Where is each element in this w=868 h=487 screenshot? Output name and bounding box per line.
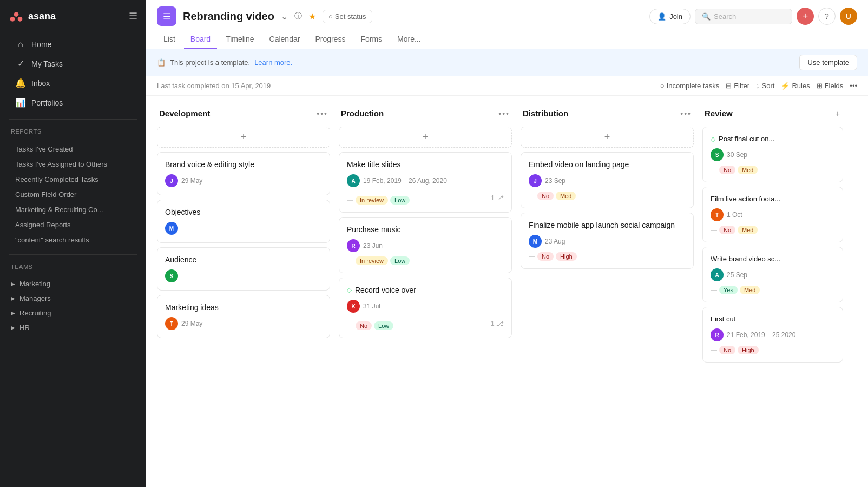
- sort-button[interactable]: ↕ Sort: [756, 82, 774, 90]
- join-button[interactable]: 👤 Join: [649, 9, 691, 24]
- chevron-down-icon[interactable]: ⌄: [281, 11, 288, 22]
- avatar: T: [711, 208, 724, 221]
- card-meta: R 23 Jun: [347, 239, 504, 252]
- reports-nav: Tasks I've Created Tasks I've Assigned t…: [0, 139, 146, 250]
- project-icon: ☰: [157, 6, 176, 26]
- sidebar-item-tasks-assigned[interactable]: Tasks I've Assigned to Others: [4, 157, 142, 172]
- sidebar-item-inbox[interactable]: 🔔 Inbox: [4, 74, 142, 93]
- user-avatar[interactable]: U: [840, 8, 857, 25]
- column-header-distribution: Distribution •••: [521, 104, 694, 122]
- check-icon: ✓: [15, 58, 26, 69]
- column-menu-review[interactable]: +: [836, 109, 841, 118]
- card-first-cut[interactable]: First cut R 21 Feb, 2019 – 25 2020 — No …: [702, 307, 843, 363]
- tag-no: No: [719, 346, 735, 354]
- sidebar-item-my-tasks[interactable]: ✓ My Tasks: [4, 54, 142, 73]
- tags: — No High: [711, 346, 835, 354]
- sidebar-item-home[interactable]: ⌂ Home: [4, 35, 142, 54]
- sidebar-toggle-icon[interactable]: ☰: [129, 10, 137, 22]
- tag-in-review: In review: [356, 196, 388, 205]
- tab-calendar[interactable]: Calendar: [263, 30, 307, 49]
- card-finalize-mobile[interactable]: Finalize mobile app launch social campai…: [521, 213, 694, 269]
- filter-button[interactable]: ⊟ Filter: [726, 82, 749, 90]
- date-range: 21 Feb, 2019 – 25 2020: [727, 331, 795, 339]
- star-icon[interactable]: ★: [308, 11, 316, 22]
- team-item-hr[interactable]: ▶HR: [0, 320, 146, 335]
- inbox-icon: 🔔: [15, 78, 26, 88]
- column-menu-production[interactable]: •••: [498, 109, 510, 118]
- avatar: T: [165, 317, 178, 330]
- use-template-button[interactable]: Use template: [799, 55, 857, 70]
- card-brand-voice[interactable]: Brand voice & editing style J 29 May: [157, 152, 330, 195]
- card-objectives[interactable]: Objectives M: [157, 200, 330, 243]
- card-audience[interactable]: Audience S: [157, 247, 330, 291]
- tag-med: Med: [738, 166, 758, 174]
- add-task-distribution[interactable]: +: [521, 127, 694, 148]
- more-options-button[interactable]: •••: [850, 82, 857, 90]
- tab-more[interactable]: More...: [391, 30, 428, 49]
- tab-progress[interactable]: Progress: [308, 30, 352, 49]
- card-title: Audience: [165, 255, 322, 264]
- search-box[interactable]: 🔍 Search: [695, 9, 792, 24]
- column-title-review: Review: [705, 109, 733, 118]
- set-status-button[interactable]: ○ Set status: [323, 10, 372, 23]
- add-button[interactable]: +: [797, 8, 814, 25]
- diamond-icon: ◇: [347, 286, 352, 294]
- card-title: Embed video on landing page: [529, 160, 686, 169]
- info-icon[interactable]: ⓘ: [294, 11, 302, 21]
- sidebar-item-assigned-reports[interactable]: Assigned Reports: [4, 218, 142, 232]
- fields-button[interactable]: ⊞ Fields: [817, 82, 844, 90]
- card-marketing-ideas[interactable]: Marketing ideas T 29 May: [157, 295, 330, 338]
- dash: —: [347, 322, 353, 330]
- sidebar-item-content-search[interactable]: "content" search results: [4, 233, 142, 247]
- sidebar: asana ☰ ⌂ Home ✓ My Tasks 🔔 Inbox 📊 Port…: [0, 0, 146, 487]
- card-film-live-action[interactable]: Film live action foota... T 1 Oct — No M…: [702, 187, 843, 242]
- tab-board[interactable]: Board: [184, 30, 217, 49]
- card-post-final-cut[interactable]: ◇ Post final cut on... S 30 Sep — No Med: [702, 127, 843, 182]
- avatar: R: [711, 328, 724, 341]
- sidebar-item-custom-field[interactable]: Custom Field Order: [4, 187, 142, 202]
- column-distribution: Distribution ••• + Embed video on landin…: [521, 104, 694, 273]
- join-icon: 👤: [657, 12, 666, 21]
- avatar: K: [347, 300, 360, 313]
- card-title: First cut: [711, 315, 835, 323]
- sidebar-item-tasks-created[interactable]: Tasks I've Created: [4, 142, 142, 156]
- team-item-marketing[interactable]: ▶Marketing: [0, 277, 146, 291]
- date-text: 1 Oct: [727, 211, 742, 219]
- card-make-title-slides[interactable]: Make title slides A 19 Feb, 2019 – 26 Au…: [339, 152, 512, 213]
- tab-timeline[interactable]: Timeline: [219, 30, 260, 49]
- sidebar-item-portfolios[interactable]: 📊 Portfolios: [4, 93, 142, 112]
- team-item-managers[interactable]: ▶Managers: [0, 291, 146, 306]
- tag-no: No: [719, 226, 735, 234]
- add-task-development[interactable]: +: [157, 127, 330, 148]
- add-task-production[interactable]: +: [339, 127, 512, 148]
- team-item-recruiting[interactable]: ▶Recruiting: [0, 306, 146, 320]
- tag-med: Med: [556, 192, 576, 200]
- card-purchase-music[interactable]: Purchase music R 23 Jun — In review Low: [339, 217, 512, 273]
- tag-no: No: [537, 252, 554, 261]
- tags: — No Med: [711, 166, 835, 174]
- learn-more-link[interactable]: Learn more.: [254, 58, 292, 67]
- column-menu-development[interactable]: •••: [317, 109, 328, 118]
- template-banner: 📋 This project is a template. Learn more…: [146, 49, 868, 76]
- tab-list[interactable]: List: [157, 30, 182, 49]
- sort-icon: ↕: [756, 82, 760, 90]
- dash: —: [529, 192, 535, 200]
- sidebar-item-recently-completed[interactable]: Recently Completed Tasks: [4, 172, 142, 187]
- tags: — No Med: [711, 226, 835, 234]
- sidebar-item-marketing-recruiting[interactable]: Marketing & Recruiting Co...: [4, 202, 142, 217]
- tag-med: Med: [740, 286, 760, 294]
- card-title: Film live action foota...: [711, 195, 835, 203]
- rules-button[interactable]: ⚡ Rules: [781, 82, 810, 90]
- last-task-text: Last task completed on 15 Apr, 2019: [157, 82, 271, 90]
- tab-forms[interactable]: Forms: [354, 30, 389, 49]
- column-menu-distribution[interactable]: •••: [680, 109, 692, 118]
- help-button[interactable]: ?: [818, 8, 836, 25]
- card-record-voice-over[interactable]: ◇ Record voice over K 31 Jul — No Low 1 …: [339, 278, 512, 338]
- dash: —: [347, 257, 353, 265]
- date-text: 25 Sep: [727, 271, 747, 279]
- card-title: ◇ Post final cut on...: [711, 135, 835, 143]
- incomplete-tasks-button[interactable]: ○ Incomplete tasks: [660, 82, 719, 90]
- card-write-brand-video[interactable]: Write brand video sc... A 25 Sep — Yes M…: [702, 247, 843, 302]
- card-meta: K 31 Jul: [347, 300, 504, 313]
- card-embed-video[interactable]: Embed video on landing page J 23 Sep — N…: [521, 152, 694, 208]
